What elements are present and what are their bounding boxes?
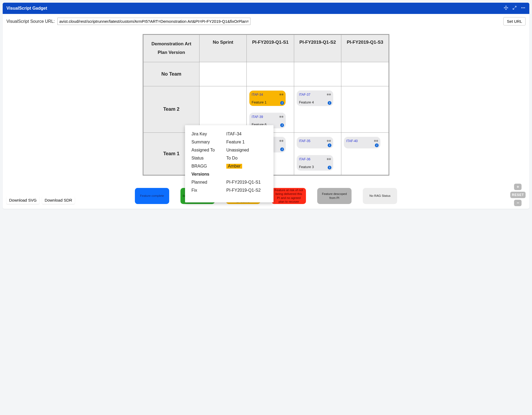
zoom-out-button[interactable]: − bbox=[514, 200, 522, 206]
legend-pill: Feature descoped from PI bbox=[317, 188, 352, 204]
tooltip-value: Amber bbox=[226, 164, 242, 169]
source-url-input[interactable] bbox=[57, 18, 250, 25]
board-container: Demonstration Art Plan Version No Sprint… bbox=[3, 34, 529, 178]
card-title: Feature 3 bbox=[299, 165, 331, 169]
corner-line1: Demonstration Art bbox=[146, 40, 197, 48]
feature-card[interactable]: ITAF-36◉◉Feature 3i bbox=[297, 155, 333, 171]
svg-point-2 bbox=[524, 8, 525, 8]
tooltip-key: Jira Key bbox=[191, 132, 226, 136]
card-key[interactable]: ITAF-40 bbox=[346, 139, 357, 143]
source-url-label: VisualScript Source URL: bbox=[6, 19, 55, 24]
tooltip-value: Feature 1 bbox=[226, 140, 245, 144]
gadget-panel: VisualScript Gadget VisualScript Source … bbox=[3, 3, 529, 209]
tooltip-key: Assigned To bbox=[191, 148, 226, 153]
info-icon[interactable]: i bbox=[280, 147, 284, 151]
info-icon[interactable]: i bbox=[328, 143, 331, 147]
tooltip-key: Status bbox=[191, 156, 226, 161]
card-key[interactable]: ITAF-37 bbox=[299, 93, 310, 97]
tooltip-key: Planned bbox=[191, 180, 226, 185]
legend-pill: No RAG Status bbox=[363, 188, 397, 204]
download-sdr-button[interactable]: Download SDR bbox=[42, 196, 75, 204]
watch-icon[interactable]: ◉◉ bbox=[279, 115, 283, 118]
tooltip-key: Fix bbox=[191, 188, 226, 193]
watch-icon[interactable]: ◉◉ bbox=[327, 93, 331, 96]
watch-icon[interactable]: ◉◉ bbox=[327, 139, 331, 142]
card-title: Feature 1 bbox=[252, 100, 283, 104]
set-url-button[interactable]: Set URL bbox=[503, 17, 526, 25]
info-icon[interactable]: i bbox=[280, 101, 284, 105]
card-key[interactable]: ITAF-34 bbox=[252, 93, 263, 97]
zoom-controls: + RESET − bbox=[510, 184, 526, 206]
move-icon[interactable] bbox=[504, 5, 508, 11]
watch-icon[interactable]: ◉◉ bbox=[327, 157, 331, 160]
expand-icon[interactable] bbox=[512, 5, 517, 11]
svg-point-0 bbox=[521, 8, 522, 8]
column-header: PI-FY2019-Q1-S1 bbox=[247, 35, 294, 62]
more-icon[interactable] bbox=[521, 5, 526, 11]
feature-card[interactable]: ITAF-35◉◉i bbox=[297, 137, 333, 148]
info-icon[interactable]: i bbox=[375, 143, 379, 147]
download-svg-button[interactable]: Download SVG bbox=[6, 196, 39, 204]
tooltip-key: Summary bbox=[191, 140, 226, 144]
zoom-in-button[interactable]: + bbox=[514, 184, 522, 190]
source-url-bar: VisualScript Source URL: Set URL bbox=[3, 14, 529, 29]
card-key[interactable]: ITAF-35 bbox=[299, 139, 310, 143]
tooltip-value: To Do bbox=[226, 156, 238, 161]
feature-card[interactable]: ITAF-40◉◉i bbox=[344, 137, 380, 148]
tooltip-section: Versions bbox=[191, 172, 267, 177]
column-header: No Sprint bbox=[200, 35, 247, 62]
gadget-header: VisualScript Gadget bbox=[3, 3, 529, 14]
row-header: No Team bbox=[143, 62, 200, 86]
feature-card[interactable]: ITAF-34◉◉Feature 1i bbox=[249, 91, 286, 106]
info-icon[interactable]: i bbox=[328, 166, 331, 169]
tooltip-value: Unassigned bbox=[226, 148, 249, 153]
board-cell: ITAF-35◉◉iITAF-36◉◉Feature 3i bbox=[294, 132, 341, 175]
board-cell bbox=[341, 86, 389, 132]
card-key[interactable]: ITAF-36 bbox=[299, 157, 310, 161]
zoom-reset-button[interactable]: RESET bbox=[510, 192, 526, 198]
legend-pill: Feature at risk of not being delivered t… bbox=[272, 188, 306, 204]
column-header: PI-FY2019-Q1-S2 bbox=[294, 35, 341, 62]
tooltip-key: BRAGG bbox=[191, 164, 226, 169]
feature-card[interactable]: ITAF-37◉◉Feature 4i bbox=[297, 91, 333, 106]
board-cell bbox=[247, 62, 294, 86]
card-key[interactable]: ITAF-39 bbox=[252, 115, 263, 119]
tooltip-value: ITAF-34 bbox=[226, 132, 242, 136]
column-header: PI-FY2019-Q1-S3 bbox=[341, 35, 389, 62]
board-corner-header: Demonstration Art Plan Version bbox=[143, 35, 200, 62]
watch-icon[interactable]: ◉◉ bbox=[374, 139, 378, 142]
board-cell bbox=[200, 62, 247, 86]
watch-icon[interactable]: ◉◉ bbox=[279, 139, 283, 142]
info-icon[interactable]: i bbox=[328, 101, 331, 105]
info-icon[interactable]: i bbox=[280, 123, 284, 127]
board-cell: ITAF-40◉◉i bbox=[341, 132, 389, 175]
card-title: Feature 4 bbox=[299, 100, 331, 104]
download-buttons: Download SVG Download SDR bbox=[6, 196, 75, 204]
tooltip-value: PI-FY2019-Q1-S2 bbox=[226, 188, 261, 193]
watch-icon[interactable]: ◉◉ bbox=[279, 93, 283, 96]
legend-pill: Feature complete bbox=[135, 188, 169, 204]
board-cell bbox=[294, 62, 341, 86]
gadget-title: VisualScript Gadget bbox=[6, 6, 47, 11]
card-tooltip: Jira KeyITAF-34SummaryFeature 1Assigned … bbox=[185, 125, 274, 202]
board-cell bbox=[341, 62, 389, 86]
corner-line2: Plan Version bbox=[146, 48, 197, 57]
tooltip-value: PI-FY2019-Q1-S1 bbox=[226, 180, 261, 185]
board-cell: ITAF-37◉◉Feature 4i bbox=[294, 86, 341, 132]
svg-point-1 bbox=[523, 8, 524, 8]
